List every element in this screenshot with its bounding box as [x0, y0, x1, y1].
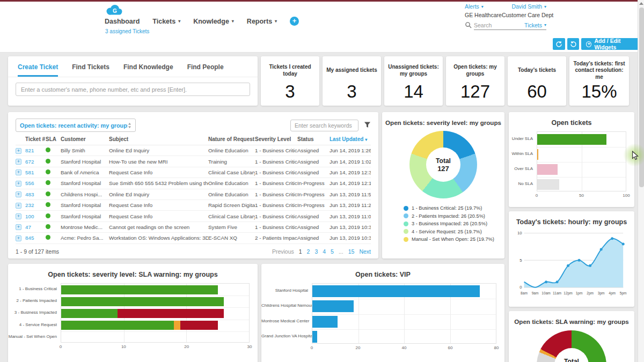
undo-button[interactable] — [567, 38, 580, 50]
add-menu-button[interactable]: + — [290, 17, 299, 26]
table-search-input[interactable] — [290, 120, 358, 131]
ticket-number-link[interactable]: 47 — [25, 224, 46, 230]
col-severity[interactable]: Severity Level — [255, 136, 297, 142]
bar-segment — [537, 134, 606, 145]
page-number-current[interactable]: 1 — [299, 248, 302, 255]
kpi-open-tickets-my-groups[interactable]: Open tickets: my groups 127 — [446, 56, 504, 106]
donut-center: Total 127 — [554, 348, 589, 362]
customer-cell: Stanford Hospital — [61, 213, 109, 219]
global-search-input[interactable] — [474, 22, 511, 28]
tab-find-people[interactable]: Find People — [187, 63, 224, 77]
table-row[interactable]: +845Acme: Pedro Sa...Workstation OS: Win… — [16, 233, 371, 243]
status-cell: Assigned — [297, 147, 330, 153]
assigned-tickets-link[interactable]: 3 assigned Tickets — [105, 28, 149, 34]
legend-item[interactable]: 4 - Service Request: 25 (19.7%) — [404, 229, 504, 234]
table-row[interactable]: +100Stanford HospitalRequest Case InfoCl… — [16, 211, 371, 221]
col-subject[interactable]: Subject — [109, 136, 208, 142]
customer-cell: Montrose Medic... — [61, 224, 109, 230]
severity-sla-warning-chart[interactable]: 1 - Business Critical2 - Patients Impact… — [8, 283, 258, 350]
page-number-button[interactable]: 4 — [323, 248, 326, 255]
chart-title: Open tickets: SLA warning: my groups — [509, 311, 634, 325]
kpi-first-contact-resolution[interactable]: Today's tickets: first contact resolutio… — [569, 56, 629, 106]
user-menu[interactable]: David Smith▾ — [511, 3, 546, 10]
open-tickets-bar-chart[interactable]: Under SLAWithin SLAOver SLANo SLA 050100 — [509, 131, 634, 198]
tab-find-knowledge[interactable]: Find Knowledge — [123, 63, 173, 77]
page-scrollbar[interactable] — [638, 0, 644, 362]
legend-item[interactable]: 1 - Business Critical: 25 (19.7%) — [404, 205, 504, 211]
severity-cell: 1 - Business Critical — [255, 180, 297, 186]
svg-text:1pm: 1pm — [576, 291, 583, 295]
customer-lookup-input[interactable] — [16, 83, 250, 96]
scroll-up-arrow-icon[interactable] — [639, 2, 643, 5]
expand-row-button[interactable]: + — [16, 148, 21, 154]
table-row[interactable]: +556Stanford HospitalSue Smith 650 555 5… — [16, 178, 371, 189]
kpi-unassigned-tickets[interactable]: Unassigned tickets: my groups 14 — [384, 56, 443, 106]
next-page-button[interactable]: Next — [359, 248, 371, 255]
col-nature[interactable]: Nature of Request — [208, 136, 255, 142]
legend-item[interactable]: 2 - Patients Impacted: 26 (20.5%) — [404, 213, 504, 219]
kpi-todays-tickets[interactable]: Today's tickets 60 — [508, 56, 566, 106]
expand-row-button[interactable]: + — [16, 159, 21, 165]
ticket-number-link[interactable]: 483 — [25, 191, 46, 197]
nav-tickets[interactable]: Tickets▾ — [152, 18, 180, 25]
table-row[interactable]: +232Stanford HospitalRequest Case InfoRa… — [16, 200, 371, 211]
filter-icon[interactable] — [364, 121, 371, 130]
severity-donut-chart[interactable]: Total 127 — [409, 131, 477, 198]
sla-status-dot — [46, 159, 50, 164]
axis-tick-label: 20 — [184, 344, 189, 349]
page-number-button[interactable]: 2 — [307, 248, 310, 255]
vip-bar-chart[interactable]: Stanford HospitalChildrens Hospital Nemo… — [261, 283, 504, 351]
ticket-number-link[interactable]: 556 — [25, 180, 46, 186]
ticket-number-link[interactable]: 581 — [25, 169, 46, 175]
expand-row-button[interactable]: + — [16, 191, 21, 197]
page-number-button[interactable]: 3 — [314, 248, 318, 255]
col-last-updated[interactable]: Last Updated ▾ — [330, 136, 371, 142]
sla-warning-donut-chart[interactable]: Total 127 — [537, 330, 606, 362]
tab-find-tickets[interactable]: Find Tickets — [72, 63, 109, 77]
scrollbar-thumb[interactable] — [639, 8, 644, 187]
updated-cell: Jun 13, 2019 10:32p — [330, 235, 371, 241]
table-row[interactable]: +672Stanford HospitalHow-To use the new … — [16, 156, 371, 167]
previous-page-button[interactable]: Previous — [272, 248, 294, 255]
ticket-number-link[interactable]: 672 — [25, 159, 46, 165]
add-edit-widgets-button[interactable]: + Add / Edit Widgets — [581, 38, 644, 50]
hourly-area-chart[interactable]: 05108am9am10am11am12pm1pm2pm3pm4pm5pm — [512, 228, 631, 304]
category-label: Manual - Set When Open — [8, 331, 61, 343]
legend-item[interactable]: 3 - Business Impacted: 26 (20.5%) — [404, 221, 504, 226]
col-ticket[interactable]: Ticket # — [25, 136, 46, 142]
customer-cell: Childrens Hospi... — [61, 191, 109, 197]
nav-dashboard[interactable]: Dashboard — [105, 18, 140, 25]
expand-row-button[interactable]: + — [16, 181, 21, 187]
nav-knowledge[interactable]: Knowledge▾ — [193, 18, 234, 25]
page-number-button[interactable]: 15 — [348, 248, 355, 255]
search-scope-select[interactable]: Tickets▾ — [524, 22, 546, 28]
ticket-number-link[interactable]: 232 — [25, 202, 46, 208]
expand-row-button[interactable]: + — [16, 213, 21, 219]
expand-row-button[interactable]: + — [16, 203, 21, 209]
nav-reports[interactable]: Reports▾ — [247, 18, 277, 25]
alerts-menu[interactable]: Alerts▾ — [465, 3, 484, 10]
page-number-button[interactable]: 5 — [331, 248, 334, 255]
expand-row-button[interactable]: + — [16, 169, 21, 175]
ticket-number-link[interactable]: 821 — [25, 147, 46, 153]
table-row[interactable]: +483Childrens Hospi...Online Ed InquiryO… — [16, 189, 371, 200]
nature-cell: Online Education — [208, 191, 255, 197]
refresh-button[interactable] — [553, 38, 565, 50]
table-row[interactable]: +821Billy SmithOnline Ed InquiryOnline E… — [16, 145, 371, 156]
col-customer[interactable]: Customer — [61, 136, 109, 142]
expand-row-button[interactable]: + — [16, 235, 21, 241]
table-row[interactable]: +47Montrose Medic...Cannot get readings … — [16, 222, 371, 233]
table-row[interactable]: +581Bank of AmericaRequest Case InfoClin… — [16, 167, 371, 178]
col-status[interactable]: Status — [297, 136, 330, 142]
kpi-my-assigned-tickets[interactable]: My assigned tickets 3 — [323, 56, 381, 106]
ticket-number-link[interactable]: 100 — [25, 213, 46, 219]
col-sla[interactable]: SLA — [46, 136, 61, 142]
report-view-select[interactable]: Open tickets: recent activity: my groups — [16, 119, 136, 132]
subject-cell: How-To use the new MRI — [109, 159, 208, 165]
kpi-tickets-created-today[interactable]: Tickets I created today 3 — [261, 56, 319, 106]
ticket-number-link[interactable]: 845 — [25, 235, 46, 241]
open-tickets-sla-widget: Open tickets Under SLAWithin SLAOver SLA… — [509, 112, 634, 207]
tab-create-ticket[interactable]: Create Ticket — [18, 63, 58, 77]
legend-item[interactable]: Manual - Set When Open: 25 (19.7%) — [404, 237, 504, 242]
expand-row-button[interactable]: + — [16, 224, 21, 230]
